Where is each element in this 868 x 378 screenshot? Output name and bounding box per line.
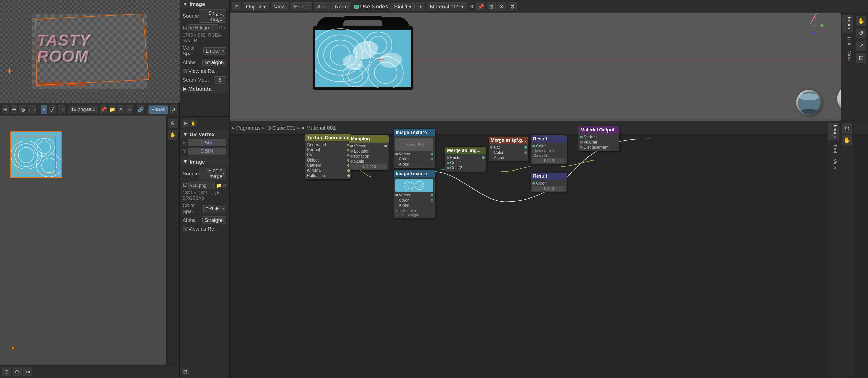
image-tab[interactable]: Image <box>842 15 853 33</box>
socket-img1-alpha[interactable] <box>431 158 433 161</box>
filename-display[interactable]: //TR-logo su tag... <box>188 24 218 31</box>
select-mode-face[interactable]: □ <box>58 105 65 114</box>
socket-map-vec-out[interactable] <box>384 145 387 147</box>
socket-map-loc[interactable] <box>350 150 353 152</box>
socket-r2-in[interactable] <box>532 182 535 185</box>
uv-viewport-top[interactable]: TASTY ROOM sweets'n snacks <box>0 0 180 103</box>
colorspace-dropdown-bottom[interactable]: sRGB ▾ <box>204 205 226 212</box>
source-dropdown-bottom[interactable]: Single Image ▾ <box>199 167 226 180</box>
node-image-tab[interactable]: Image <box>828 123 839 141</box>
y-value[interactable]: 0.504 <box>188 148 226 154</box>
folder-icon-bottom[interactable]: 📁 <box>216 183 222 188</box>
reload-icon-bottom[interactable]: ↺ <box>223 183 226 188</box>
socket-mix-out[interactable] <box>482 156 485 159</box>
proportional-btn[interactable]: ◎ <box>20 105 26 114</box>
socket-img2-color[interactable] <box>431 194 433 197</box>
reload-icon[interactable]: ↺ <box>219 25 223 31</box>
socket-r1-in[interactable] <box>532 145 535 147</box>
socket-mix-fac[interactable] <box>446 156 449 159</box>
viewas-checkbox-top[interactable] <box>183 69 187 74</box>
socket-reflection[interactable] <box>347 174 350 177</box>
props-image-header[interactable]: ▼ Image <box>180 0 229 8</box>
slot-select[interactable]: Slot 1 ▾ <box>391 3 414 11</box>
magnet-btn[interactable]: 🔗 <box>137 105 144 114</box>
socket-mix-c2[interactable] <box>446 167 449 169</box>
socket-cr-alpha[interactable] <box>524 151 527 154</box>
props-bot-tool1[interactable]: ⊡ <box>182 368 189 375</box>
filename-display-bottom[interactable]: //16.png <box>188 182 215 189</box>
add-btn[interactable]: + <box>126 105 133 114</box>
socket-mo-disp[interactable] <box>580 146 583 149</box>
node-canvas[interactable]: Texture Coordinate Generated Normal UV <box>229 121 854 378</box>
select-mode-vertex[interactable]: • <box>40 105 47 114</box>
object-mode-btn[interactable]: Object ▾ <box>243 2 269 11</box>
source-dropdown[interactable]: Single Image ▾ <box>199 9 226 23</box>
transform-3d-icon[interactable]: ⊞ <box>856 53 866 63</box>
viewport-select-btn[interactable]: Select <box>290 2 312 11</box>
select-mode-edge[interactable]: ╱ <box>49 105 56 114</box>
sync-btn[interactable]: ⟺ <box>28 105 36 114</box>
socket-mo-volume[interactable] <box>580 141 583 144</box>
uv-viewport-bottom[interactable]: ⊕ ✋ <box>0 116 179 365</box>
colorspace-dropdown-top[interactable]: Linear ▾ <box>204 47 226 55</box>
close-file-btn[interactable]: ✕ <box>118 105 124 114</box>
socket-mo-surface[interactable] <box>580 136 583 138</box>
material-settings-btn[interactable]: ⚙ <box>508 2 517 11</box>
tool-tab[interactable]: Tool <box>842 34 853 47</box>
nav-gizmo[interactable]: Z X Y <box>805 16 825 35</box>
socket-map-vec-in[interactable] <box>350 145 353 147</box>
view-mode-btn[interactable]: ⊞ <box>2 105 9 114</box>
node-material-output[interactable]: Material Output Surface Volume Displa <box>579 126 619 151</box>
pin-material-btn[interactable]: 📌 <box>476 2 485 11</box>
socket-cr-color[interactable] <box>524 146 527 149</box>
browse-icon[interactable]: ≡ <box>224 25 226 31</box>
props-image-header-bottom[interactable]: ▼ Image <box>180 158 229 166</box>
props-tool2[interactable]: ✋ <box>190 120 197 127</box>
socket-cr-fac[interactable] <box>490 146 493 149</box>
uv-vertex-header[interactable]: ▼ UV Vertex <box>180 130 229 138</box>
node-texture-coord[interactable]: Texture Coordinate Generated Normal UV <box>305 134 351 179</box>
uv-view-btn[interactable]: ⊡ <box>2 367 11 376</box>
socket-img1-color[interactable] <box>431 153 433 155</box>
props-metadata-header[interactable]: ▶ Metadata <box>180 85 229 93</box>
cursor-icon[interactable]: ⊕ <box>168 118 178 128</box>
node-image-texture-1[interactable]: Image Texture 4x grey JPG Vector Color <box>394 129 435 168</box>
viewas-checkbox-bottom[interactable] <box>183 227 187 231</box>
node-result-1[interactable]: Result Color Clamp Result Clamp Min 0.00… <box>531 135 567 164</box>
sphere-icon[interactable]: ● <box>416 2 425 11</box>
node-panel-icon2[interactable]: ✋ <box>842 135 852 145</box>
uv-sync-btn[interactable]: ○∧ <box>23 367 32 376</box>
socket-img2-alpha[interactable] <box>431 199 433 202</box>
node-panel-icon1[interactable]: ⊙ <box>842 123 852 134</box>
rotate-3d-icon[interactable]: ↺ <box>856 28 866 38</box>
remove-material-btn[interactable]: ✕ <box>497 2 506 11</box>
socket-img2-vec[interactable] <box>395 194 398 197</box>
pin-btn[interactable]: 📌 <box>100 105 107 114</box>
material-select[interactable]: Material.001 ▾ <box>427 2 467 11</box>
viewport-add-btn[interactable]: Add <box>314 2 330 11</box>
socket-map-rot[interactable] <box>350 155 353 158</box>
alpha-dropdown-bottom[interactable]: Straight ▾ <box>203 216 226 224</box>
props-tool1[interactable]: ⊕ <box>182 120 189 127</box>
use-nodes-toggle[interactable]: Use Nodes <box>354 3 388 10</box>
move-3d-icon[interactable]: ✋ <box>856 16 866 26</box>
copy-material-btn[interactable]: ⊞ <box>487 2 496 11</box>
alpha-dropdown-top[interactable]: Straight ▾ <box>203 59 226 66</box>
uv-mode-btn[interactable]: ⊕ <box>12 367 22 376</box>
move-icon[interactable]: ✋ <box>168 130 178 140</box>
folder-btn[interactable]: 📁 <box>109 105 116 114</box>
seam-value[interactable]: 8 <box>214 76 226 84</box>
node-image-texture-2[interactable]: Image Texture <box>394 170 435 218</box>
scale-3d-icon[interactable]: ⤢ <box>856 40 866 51</box>
node-result-2[interactable]: Result Color 0.000 <box>531 173 567 192</box>
node-view-tab[interactable]: View <box>828 157 839 171</box>
socket-img1-vec[interactable] <box>395 153 398 155</box>
x-value[interactable]: 0.500 <box>188 139 226 146</box>
node-color-ramp[interactable]: Merge as tpf.g... Fac Color Alpha <box>489 137 528 161</box>
node-mix-rgb[interactable]: Merge as Img... Factor Color1 <box>445 147 486 172</box>
viewport-mode-icon[interactable]: ⊙ <box>232 2 241 11</box>
fonas-btn[interactable]: Fonas <box>148 105 168 114</box>
node-mapping[interactable]: Mapping Vector Location <box>349 135 389 170</box>
view-tab-3d[interactable]: View <box>842 49 853 63</box>
cursor-tool-btn[interactable]: ⊕ <box>11 105 18 114</box>
